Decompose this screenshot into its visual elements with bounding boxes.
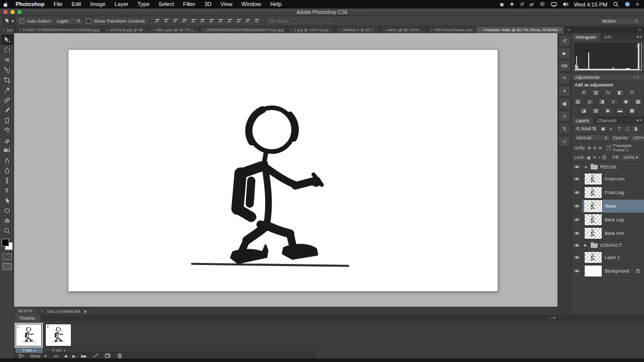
paragraph-panel-icon[interactable]: ¶ xyxy=(558,123,571,134)
tab-overflow-icon[interactable]: » xyxy=(565,27,573,33)
align-right-edges-icon[interactable] xyxy=(200,18,206,24)
photo-filter-icon[interactable]: ◐ xyxy=(610,98,618,105)
display-mirroring-icon[interactable] xyxy=(551,0,557,9)
siri-icon[interactable] xyxy=(624,0,630,9)
menu-item[interactable]: 3D xyxy=(200,0,216,9)
close-tab-icon[interactable]: × xyxy=(290,28,293,32)
gradient-tool[interactable] xyxy=(1,145,13,155)
panel-menu-icon[interactable]: −≡ xyxy=(633,75,641,79)
layer-name[interactable]: Front Leg xyxy=(605,190,624,195)
current-tool-icon[interactable]: ▾ xyxy=(2,17,16,25)
menu-item[interactable]: Photoshop xyxy=(11,0,49,9)
time-machine-icon[interactable]: ↺ xyxy=(520,0,524,9)
layer-row[interactable]: ▼ ▶ CONTACT xyxy=(572,240,644,251)
foreground-color-swatch[interactable] xyxy=(2,239,9,246)
layer-visibility-eye-icon[interactable] xyxy=(572,251,582,264)
auto-select-checkbox[interactable]: ✓ xyxy=(19,19,24,24)
clone-stamp-tool[interactable] xyxy=(1,115,13,125)
black-white-icon[interactable]: ◨ xyxy=(598,98,606,105)
clone-source-panel-icon[interactable]: ▣ xyxy=(558,98,571,109)
unify-visibility-icon[interactable]: ⊘ xyxy=(593,146,597,150)
timeline-tab[interactable]: Timeline xyxy=(14,315,40,321)
channel-mixer-icon[interactable]: ◉ xyxy=(622,98,630,105)
close-tab-icon[interactable]: × xyxy=(203,28,205,32)
align-vertical-centers-icon[interactable] xyxy=(164,18,170,24)
layer-name[interactable]: Layer 1 xyxy=(605,255,620,260)
layer-name[interactable]: Back Leg xyxy=(605,217,624,222)
lock-transparent-pixels-icon[interactable]: ▦ xyxy=(587,155,591,160)
layer-visibility-eye-icon[interactable] xyxy=(572,200,582,213)
volume-icon[interactable] xyxy=(562,0,569,9)
shape-tool[interactable] xyxy=(1,206,13,216)
layer-row[interactable]: ▼ ▶ Background xyxy=(572,264,644,278)
quick-selection-tool[interactable] xyxy=(1,65,13,75)
layer-name[interactable]: Torso xyxy=(605,204,616,209)
brush-tool[interactable] xyxy=(1,105,13,115)
menu-item[interactable]: Edit xyxy=(67,0,86,9)
3d-scale-icon[interactable] xyxy=(326,18,332,24)
eraser-tool[interactable] xyxy=(1,135,13,145)
distribute-vertical-centers-icon[interactable] xyxy=(218,18,224,24)
workspace-switcher[interactable]: Motion ≡ xyxy=(600,18,640,25)
loop-count-dropdown[interactable]: Once ▾ xyxy=(30,353,47,358)
crop-tool[interactable] xyxy=(1,75,13,85)
layer-thumbnail[interactable] xyxy=(584,200,602,212)
panel-tab[interactable]: Histogram xyxy=(572,33,600,41)
layer-thumbnail[interactable] xyxy=(584,214,602,226)
doc-tab[interactable]: × PSFramexFrame.psd xyxy=(427,27,476,33)
doc-tab[interactable]: × aimOsl3r.jpg @ 66... xyxy=(103,27,149,33)
align-horizontal-centers-icon[interactable] xyxy=(191,18,197,24)
exposure-icon[interactable]: ◧ xyxy=(616,89,624,96)
close-tab-icon[interactable]: × xyxy=(19,28,21,32)
layer-thumbnail[interactable] xyxy=(584,227,602,239)
type-tool[interactable]: T xyxy=(1,186,13,196)
menu-item[interactable]: File xyxy=(49,0,67,9)
hue-saturation-icon[interactable]: ▤ xyxy=(574,98,582,105)
doc-tab[interactable]: × wlk01.gif @ 100% ... xyxy=(380,27,427,33)
layer-visibility-eye-icon[interactable] xyxy=(572,186,582,199)
layer-thumbnail[interactable] xyxy=(584,173,602,185)
3d-panel-icon[interactable]: ◇ xyxy=(558,136,571,147)
selective-color-icon[interactable]: ▩ xyxy=(628,107,636,114)
timeline-collapse-icon[interactable]: −≡ xyxy=(550,315,555,321)
distribute-top-edges-icon[interactable] xyxy=(209,18,215,24)
pen-tool[interactable] xyxy=(1,175,13,186)
menu-item[interactable]: View xyxy=(216,0,237,9)
eyedropper-tool[interactable] xyxy=(1,85,13,95)
menu-item[interactable]: Layer xyxy=(110,0,133,9)
mini-bridge-panel-icon[interactable]: Mb xyxy=(558,60,571,71)
blend-mode-dropdown[interactable]: Normal ⇅ xyxy=(574,134,610,141)
menu-item[interactable]: Help xyxy=(266,0,286,9)
levels-icon[interactable]: ▥ xyxy=(592,89,600,96)
lock-all-icon[interactable] xyxy=(602,155,606,160)
group-collapsed-icon[interactable]: ▶ xyxy=(584,243,588,247)
distribute-bottom-edges-icon[interactable] xyxy=(227,18,233,24)
doc-tab[interactable]: × jpg xyxy=(0,27,16,33)
doc-tab[interactable]: × MSL.psd @ 66.7% (... xyxy=(149,27,199,33)
animation-frame[interactable]: 1 0 sec. ▾ xyxy=(16,324,43,352)
filter-smart-objects-icon[interactable]: ◨ xyxy=(632,126,638,131)
close-tab-icon[interactable]: × xyxy=(383,28,385,32)
layer-name[interactable]: RECOIL xyxy=(600,164,617,169)
close-tab-icon[interactable]: × xyxy=(338,28,341,32)
panel-collapse-icon[interactable]: » xyxy=(636,27,644,33)
opacity-value[interactable]: 100% ▾ xyxy=(631,135,644,141)
layer-thumbnail[interactable] xyxy=(584,187,602,199)
smudge-tool[interactable] xyxy=(1,155,13,165)
layer-visibility-eye-icon[interactable] xyxy=(572,240,582,250)
show-transform-checkbox[interactable] xyxy=(86,19,91,24)
layer-visibility-eye-icon[interactable] xyxy=(572,227,582,240)
brightness-contrast-icon[interactable]: ☀ xyxy=(580,89,588,96)
layer-thumbnail[interactable] xyxy=(584,251,602,263)
doc-tab[interactable]: × 67a837797865c996f99edd7ec30b5eb3.jpg xyxy=(16,27,103,33)
curves-icon[interactable]: ∿ xyxy=(604,89,612,96)
panel-menu-icon[interactable]: ▾≡ xyxy=(636,33,644,41)
panel-menu-icon[interactable]: ▾≡ xyxy=(636,117,644,124)
align-left-edges-icon[interactable] xyxy=(182,18,188,24)
zoom-level-field[interactable]: 66.67% xyxy=(14,307,37,315)
threshold-icon[interactable]: ◆ xyxy=(604,107,612,114)
menu-item[interactable]: Filter xyxy=(179,0,200,9)
spotlight-icon[interactable] xyxy=(613,0,619,9)
previous-frame-button[interactable]: ◀ xyxy=(64,354,66,358)
distribute-horizontal-centers-icon[interactable] xyxy=(245,18,251,24)
